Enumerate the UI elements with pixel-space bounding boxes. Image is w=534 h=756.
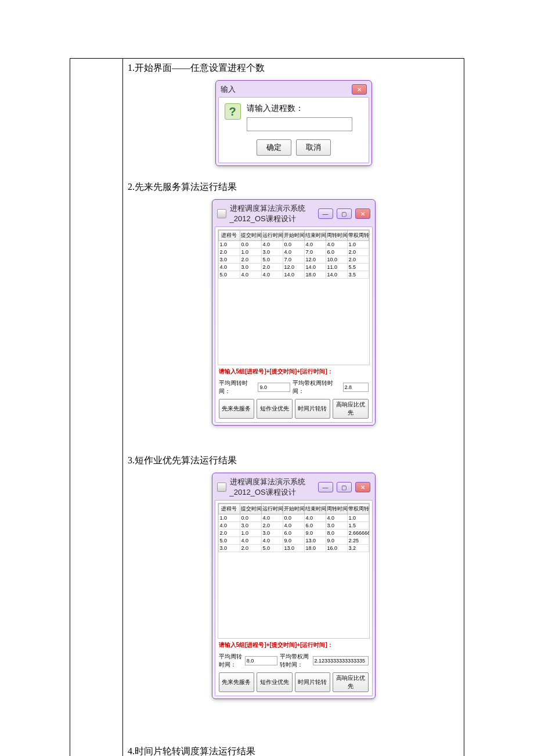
table-row[interactable]: 3.02.05.013.018.016.03.2 — [218, 545, 369, 552]
table-cell: 4.0 — [261, 537, 283, 545]
table-cell: 18.0 — [304, 271, 326, 279]
cancel-button[interactable]: 取消 — [296, 139, 331, 156]
avg-turn-label: 平均周转时间： — [219, 653, 243, 669]
table-cell: 6.0 — [304, 522, 326, 530]
table-cell: 3.0 — [240, 264, 261, 271]
column-header: 运行时间 — [261, 504, 283, 514]
sjf-button[interactable]: 短作业优先 — [257, 399, 293, 419]
ok-button[interactable]: 确定 — [257, 139, 291, 156]
table-cell: 7.0 — [283, 256, 304, 264]
column-header: 带权周转.. — [347, 231, 369, 241]
fcfs-input-hint: 请输入5组[进程号]+[提交时间]+[运行时间]： — [219, 368, 369, 376]
column-header: 进程号 — [218, 504, 240, 514]
column-header: 进程号 — [218, 231, 240, 241]
table-cell: 11.0 — [326, 264, 347, 271]
doc-left-gutter — [70, 59, 123, 756]
table-cell: 0.0 — [283, 241, 304, 249]
table-cell: 0.0 — [240, 241, 261, 249]
table-row[interactable]: 2.01.03.06.09.08.02.666666.. — [218, 530, 369, 537]
table-row[interactable]: 5.04.04.014.018.014.03.5 — [218, 271, 369, 279]
table-cell: 1.0 — [240, 249, 261, 256]
sjf-window-title: 进程调度算法演示系统_2012_OS课程设计 — [230, 477, 315, 498]
table-cell: 2.0 — [347, 256, 369, 264]
table-cell: 0.0 — [240, 514, 261, 522]
rr-button[interactable]: 时间片轮转 — [295, 399, 331, 419]
table-cell: 3.0 — [261, 530, 283, 537]
table-cell: 12.0 — [304, 256, 326, 264]
column-header: 周转时间 — [326, 504, 347, 514]
fcfs-button[interactable]: 先来先服务 — [219, 672, 255, 692]
table-cell: 2.0 — [240, 545, 261, 552]
table-cell: 5.0 — [261, 545, 283, 552]
hrrn-button[interactable]: 高响应比优先 — [333, 399, 369, 419]
table-cell: 3.0 — [240, 522, 261, 530]
table-cell: 4.0 — [240, 537, 261, 545]
table-cell: 1.0 — [218, 241, 240, 249]
table-cell: 1.0 — [240, 530, 261, 537]
input-dialog-prompt: 请输入进程数： — [247, 103, 352, 114]
table-cell: 3.0 — [218, 545, 240, 552]
table-cell: 2.25 — [347, 537, 369, 545]
fcfs-window-title: 进程调度算法演示系统_2012_OS课程设计 — [230, 203, 315, 224]
fcfs-result-window: 进程调度算法演示系统_2012_OS课程设计 — ▢ ✕ 进程号提交时间运行时间… — [212, 199, 376, 426]
app-icon — [217, 483, 226, 492]
hrrn-button[interactable]: 高响应比优先 — [333, 672, 369, 692]
table-cell: 9.0 — [304, 530, 326, 537]
table-row[interactable]: 4.03.02.04.06.03.01.5 — [218, 522, 369, 530]
section2-caption: 2.先来先服务算法运行结果 — [128, 181, 459, 193]
avg-wturn-label: 平均带权周转时间： — [293, 379, 340, 395]
minimize-icon[interactable]: — — [318, 482, 333, 492]
table-row[interactable]: 2.01.03.04.07.06.02.0 — [218, 249, 369, 256]
table-cell: 2.0 — [261, 522, 283, 530]
section4-caption: 4.时间片轮转调度算法运行结果 — [128, 746, 459, 756]
table-cell: 18.0 — [304, 545, 326, 552]
table-cell: 5.0 — [218, 537, 240, 545]
fcfs-avg-wturn[interactable] — [343, 383, 369, 392]
fcfs-button[interactable]: 先来先服务 — [219, 399, 255, 419]
table-cell: 4.0 — [240, 271, 261, 279]
table-row[interactable]: 1.00.04.00.04.04.01.0 — [218, 241, 369, 249]
table-row[interactable]: 3.02.05.07.012.010.02.0 — [218, 256, 369, 264]
rr-button[interactable]: 时间片轮转 — [295, 672, 331, 692]
column-header: 提交时间 — [240, 231, 261, 241]
table-cell: 3.0 — [261, 249, 283, 256]
table-cell: 13.0 — [283, 545, 304, 552]
column-header: 运行时间 — [261, 231, 283, 241]
table-row[interactable]: 5.04.04.09.013.09.02.25 — [218, 537, 369, 545]
table-cell: 5.5 — [347, 264, 369, 271]
sjf-avg-turn[interactable] — [245, 656, 277, 665]
table-cell: 1.0 — [218, 514, 240, 522]
column-header: 提交时间 — [240, 504, 261, 514]
table-cell: 13.0 — [304, 537, 326, 545]
sjf-button[interactable]: 短作业优先 — [257, 672, 293, 692]
table-cell: 4.0 — [218, 522, 240, 530]
table-cell: 4.0 — [283, 522, 304, 530]
table-cell: 10.0 — [326, 256, 347, 264]
table-cell: 8.0 — [326, 530, 347, 537]
close-icon[interactable]: ✕ — [355, 482, 370, 492]
table-cell: 2.0 — [218, 530, 240, 537]
question-icon: ? — [225, 103, 241, 120]
sjf-table: 进程号提交时间运行时间开始时间结束时间周转时间带权周转.. 1.00.04.00… — [218, 503, 369, 552]
minimize-icon[interactable]: — — [318, 208, 333, 219]
table-cell: 9.0 — [283, 537, 304, 545]
table-row[interactable]: 4.03.02.012.014.011.05.5 — [218, 264, 369, 271]
table-cell: 1.0 — [347, 514, 369, 522]
table-cell: 1.0 — [347, 241, 369, 249]
table-row[interactable]: 1.00.04.00.04.04.01.0 — [218, 514, 369, 522]
table-cell: 9.0 — [326, 537, 347, 545]
fcfs-table: 进程号提交时间运行时间开始时间结束时间周转时间带权周转.. 1.00.04.00… — [218, 230, 369, 279]
close-icon[interactable]: ✕ — [355, 208, 370, 219]
table-cell: 4.0 — [326, 241, 347, 249]
maximize-icon[interactable]: ▢ — [337, 208, 352, 219]
close-icon[interactable]: ✕ — [352, 84, 367, 95]
maximize-icon[interactable]: ▢ — [337, 482, 352, 492]
fcfs-avg-turn[interactable] — [258, 383, 290, 392]
doc-content-cell: 1.开始界面——任意设置进程个数 输入 ✕ ? 请输入进程数： — [123, 59, 464, 756]
table-cell: 4.0 — [261, 271, 283, 279]
sjf-avg-wturn[interactable] — [313, 656, 369, 665]
process-count-input[interactable] — [247, 117, 352, 131]
avg-turn-label: 平均周转时间： — [219, 379, 256, 395]
section3-caption: 3.短作业优先算法运行结果 — [128, 455, 459, 467]
app-icon — [217, 209, 226, 218]
